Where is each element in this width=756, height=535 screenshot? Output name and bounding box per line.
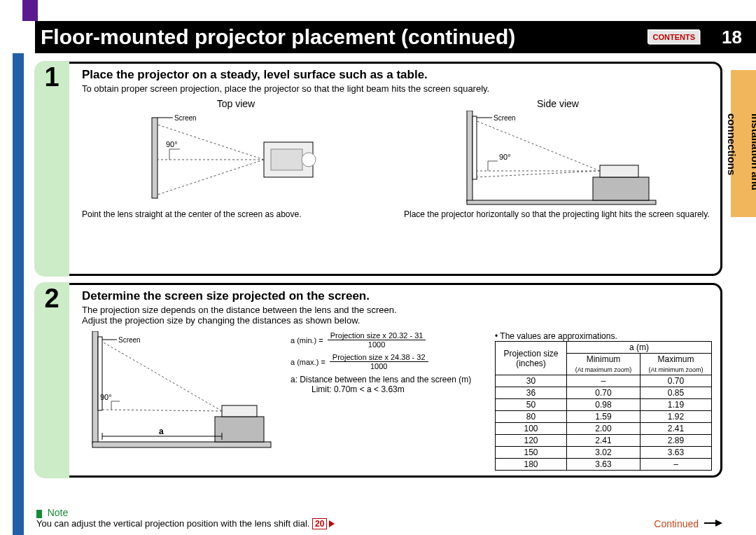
table-row: 801.591.92 xyxy=(496,411,712,423)
section-tab: Installation and connections xyxy=(731,70,756,217)
angle-label: 90° xyxy=(166,140,178,148)
svg-rect-14 xyxy=(600,165,638,177)
svg-rect-3 xyxy=(271,149,302,170)
step2-number: 2 xyxy=(34,282,69,478)
svg-line-27 xyxy=(102,410,222,411)
top-view-title: Top view xyxy=(82,98,390,109)
note-icon xyxy=(36,510,42,518)
side-view-title: Side view xyxy=(404,98,712,109)
svg-line-15 xyxy=(477,121,600,171)
svg-rect-9 xyxy=(472,116,477,179)
svg-line-6 xyxy=(158,160,264,195)
col-am: a (m) xyxy=(567,342,712,354)
step2-panel: 2 Determine the screen size projected on… xyxy=(35,283,722,478)
step1-number: 1 xyxy=(34,61,69,277)
formula-min: a (min.) = Projection size x 20.32 - 31 … xyxy=(290,331,482,349)
table-row: 360.700.85 xyxy=(496,387,712,399)
top-view-diagram: Screen 90° xyxy=(82,111,390,205)
formula-block: a (min.) = Projection size x 20.32 - 31 … xyxy=(290,331,482,471)
approx-note: • The values are approximations. xyxy=(495,331,712,341)
svg-rect-0 xyxy=(152,118,158,198)
col-max: Maximum (At minimum zoom) xyxy=(640,354,711,375)
svg-text:a: a xyxy=(159,426,164,436)
table-row: 1202.412.89 xyxy=(496,435,712,447)
side-view-caption: Place the projector horizontally so that… xyxy=(404,209,712,219)
accent-bar xyxy=(22,0,38,21)
step1-heading: Place the projector on a steady, level s… xyxy=(82,68,712,82)
page-title: Floor-mounted projector placement (conti… xyxy=(41,25,515,49)
col-size: Projection size (inches) xyxy=(496,342,567,375)
table-row: 1503.023.63 xyxy=(496,447,712,459)
svg-rect-25 xyxy=(222,405,257,417)
svg-rect-12 xyxy=(467,200,656,204)
note-label: Note xyxy=(48,507,69,518)
col-min: Minimum (At maximum zoom) xyxy=(567,354,640,375)
continued-link[interactable]: Continued xyxy=(654,518,722,529)
svg-rect-13 xyxy=(593,177,649,200)
chevron-right-icon xyxy=(328,520,336,528)
arrow-right-icon xyxy=(704,519,722,527)
svg-text:Screen: Screen xyxy=(493,114,516,122)
table-row: 500.981.19 xyxy=(496,399,712,411)
svg-text:Screen: Screen xyxy=(118,336,141,344)
table-row: 30–0.70 xyxy=(496,375,712,387)
side-view: Side view Screen xyxy=(404,98,712,219)
top-view-caption: Point the lens straight at the center of… xyxy=(82,209,390,219)
step1-sub: To obtain proper screen projection, plac… xyxy=(82,83,712,94)
side-view-diagram: Screen 90° xyxy=(404,111,712,205)
page-number: 18 xyxy=(722,27,742,48)
svg-text:90°: 90° xyxy=(100,393,112,401)
step2-diagram: Screen 90° a xyxy=(82,331,278,457)
svg-line-16 xyxy=(477,171,600,177)
step2-sub: The projection size depends on the dista… xyxy=(82,305,712,326)
projection-table: Projection size (inches) a (m) Minimum (… xyxy=(495,341,712,471)
step2-heading: Determine the screen size projected on t… xyxy=(82,289,712,303)
svg-point-4 xyxy=(302,153,316,167)
step1-panel: 1 Place the projector on a steady, level… xyxy=(35,62,722,276)
distance-desc: a: Distance between the lens and the scr… xyxy=(290,375,482,384)
svg-text:90°: 90° xyxy=(499,153,511,161)
step2-diagram-wrap: Screen 90° a xyxy=(82,331,278,471)
table-row: 1803.63– xyxy=(496,459,712,471)
distance-limit: Limit: 0.70m < a < 3.63m xyxy=(312,384,482,394)
top-view: Top view Screen xyxy=(82,98,390,219)
formula-max: a (max.) = Projection size x 24.38 - 32 … xyxy=(290,353,482,370)
svg-rect-19 xyxy=(92,331,98,443)
contents-button[interactable]: CONTENTS xyxy=(648,30,701,44)
svg-rect-23 xyxy=(92,442,271,447)
title-bar: Floor-mounted projector placement (conti… xyxy=(35,21,756,53)
page-ref-link[interactable]: 20 xyxy=(312,518,336,529)
note-text: You can adjust the vertical projection p… xyxy=(36,518,309,529)
left-rail xyxy=(13,53,24,535)
table-row: 1002.002.41 xyxy=(496,423,712,435)
svg-line-26 xyxy=(102,342,222,411)
note-area: Note You can adjust the vertical project… xyxy=(36,507,722,529)
screen-label: Screen xyxy=(174,114,197,122)
svg-rect-8 xyxy=(467,111,472,202)
